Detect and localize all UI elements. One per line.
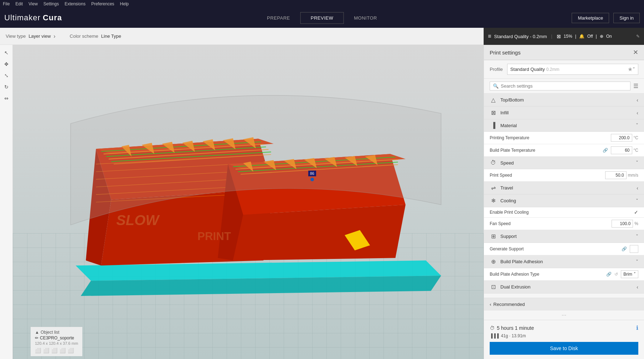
search-input[interactable] — [501, 83, 627, 89]
obj-icon-1[interactable]: ⬜ — [35, 348, 41, 353]
support-icon: 🔔 — [579, 34, 584, 39]
obj-icon-2[interactable]: ⬜ — [43, 348, 49, 353]
view-type-arrow-icon[interactable]: › — [53, 33, 55, 40]
settings-edit-icon[interactable]: ✎ — [636, 34, 640, 39]
signin-button[interactable]: Sign in — [613, 13, 640, 23]
recommended-label: Recommended — [493, 302, 525, 307]
obj-icon-4[interactable]: ⬜ — [60, 348, 66, 353]
header-right: Marketplace Sign in — [572, 13, 640, 23]
topbottom-label: Top/Bottom — [500, 97, 633, 103]
generate-support-value[interactable] — [630, 245, 638, 253]
adhesion-value: On — [606, 34, 612, 39]
dual-extrusion-icon: ⊡ — [490, 283, 497, 290]
object-list-section: ▲ Object list ✏ CE3PRO_soporte 120.4 x 1… — [35, 330, 78, 353]
build-plate-link-icon[interactable]: 🔗 — [603, 148, 608, 153]
settings-menu-icon[interactable]: ☰ — [633, 83, 638, 89]
material-arrow-icon: ˅ — [636, 123, 638, 128]
section-infill[interactable]: ⊠ Infill ‹ — [484, 106, 644, 119]
section-topbottom[interactable]: △ Top/Bottom ‹ — [484, 94, 644, 106]
obj-icon-5[interactable]: ⬜ — [68, 348, 74, 353]
close-button[interactable]: ✕ — [633, 48, 638, 56]
menu-file[interactable]: File — [3, 1, 10, 6]
tool-mirror[interactable]: ⇔ — [1, 93, 11, 103]
menu-settings[interactable]: Settings — [43, 1, 59, 6]
tab-preview[interactable]: PREVIEW — [300, 12, 344, 24]
adhesion-reset-icon[interactable]: ↺ — [614, 272, 618, 277]
topbottom-icon: △ — [490, 97, 497, 103]
menu-help[interactable]: Help — [120, 1, 129, 6]
search-row: 🔍 ☰ — [484, 79, 644, 94]
svg-text:PRINT: PRINT — [197, 230, 231, 243]
layer-slider[interactable]: 86 — [308, 171, 316, 181]
viewport[interactable]: SLOW PRINT 86 ▲ Object list ✏ — [13, 45, 484, 359]
profile-row: Profile Standard Quality 0.2mm ★ ˅ — [484, 60, 644, 79]
material-value: 41g · 13.91m — [501, 333, 526, 338]
menu-edit[interactable]: Edit — [15, 1, 23, 6]
section-adhesion[interactable]: ⊕ Build Plate Adhesion ˅ — [484, 255, 644, 268]
profile-select[interactable]: Standard Quality 0.2mm ★ ˅ — [507, 64, 638, 75]
profile-star-icon[interactable]: ★ — [628, 66, 633, 73]
printing-temp-value[interactable]: 200.0 — [611, 134, 632, 142]
menu-extensions[interactable]: Extensions — [65, 1, 86, 6]
fan-speed-value[interactable]: 100.0 — [612, 220, 633, 228]
logo: Ultimaker Cura — [4, 13, 62, 22]
main-area: View type Layer view › Color scheme Line… — [0, 28, 644, 359]
expand-icon: ▲ — [35, 330, 39, 335]
marketplace-button[interactable]: Marketplace — [572, 13, 609, 23]
search-wrapper: 🔍 — [490, 82, 630, 90]
infill-section-icon: ⊠ — [490, 109, 497, 116]
travel-icon: ⇌ — [490, 184, 497, 191]
profile-dropdown-icon[interactable]: ˅ — [633, 67, 635, 72]
profile-quality: Standard Quality — [510, 67, 545, 72]
section-support[interactable]: ⊞ Support ˅ — [484, 230, 644, 243]
section-speed[interactable]: ⏱ Speed ˅ — [484, 157, 644, 169]
print-settings-title: Print settings — [490, 50, 521, 56]
build-plate-temp-value[interactable]: 60 — [611, 146, 632, 154]
recommended-button[interactable]: ‹ Recommended — [484, 298, 644, 311]
tool-rotate[interactable]: ↻ — [1, 82, 11, 92]
printing-temp-row: Printing Temperature 200.0 °C — [484, 132, 644, 144]
more-options[interactable]: ··· — [484, 311, 644, 320]
object-info-panel: ▲ Object list ✏ CE3PRO_soporte 120.4 x 1… — [31, 327, 82, 356]
section-dual-extrusion[interactable]: ⊡ Dual Extrusion ‹ — [484, 281, 644, 293]
object-name: ✏ CE3PRO_soporte — [35, 335, 78, 340]
tool-scale[interactable]: ⤡ — [1, 71, 11, 80]
infill-icon: ⊠ — [557, 33, 561, 39]
object-action-icons: ⬜ ⬜ ⬜ ⬜ ⬜ — [35, 348, 78, 353]
travel-label: Travel — [500, 185, 633, 191]
generate-support-link-icon[interactable]: 🔗 — [622, 246, 627, 251]
dual-extrusion-arrow-icon: ‹ — [637, 284, 638, 290]
section-cooling[interactable]: ❄ Cooling ˅ — [484, 194, 644, 207]
info-icon[interactable]: ℹ — [636, 324, 638, 331]
time-value: 5 hours 1 minute — [497, 325, 534, 331]
tool-select[interactable]: ↖ — [1, 48, 11, 58]
printing-temp-name: Printing Temperature — [490, 135, 611, 140]
enable-cooling-checkbox[interactable]: ✓ — [634, 209, 638, 215]
profile-label: Profile — [490, 67, 503, 72]
print-speed-value[interactable]: 50.0 — [605, 171, 627, 179]
estimate-top: ⏱ 5 hours 1 minute ℹ — [490, 324, 638, 331]
tab-monitor[interactable]: MONITOR — [344, 12, 387, 24]
menu-preferences[interactable]: Preferences — [91, 1, 114, 6]
object-list-title[interactable]: ▲ Object list — [35, 330, 78, 335]
section-travel[interactable]: ⇌ Travel ‹ — [484, 182, 644, 194]
adhesion-type-dropdown[interactable]: Brim ˅ — [621, 270, 638, 278]
profile-mm: 0.2mm — [546, 67, 560, 72]
obj-icon-3[interactable]: ⬜ — [51, 348, 57, 353]
save-to-disk-button[interactable]: Save to Disk — [490, 342, 638, 355]
menu-view[interactable]: View — [29, 1, 38, 6]
tool-move[interactable]: ✥ — [1, 59, 11, 69]
color-scheme-label: Color scheme — [70, 33, 98, 39]
build-plate-temp-row: Build Plate Temperature 🔗 60 °C — [484, 144, 644, 157]
adhesion-section-icon: ⊕ — [490, 258, 497, 265]
print-speed-unit: mm/s — [628, 173, 638, 178]
layer-number: 86 — [308, 171, 316, 176]
adhesion-link-icon[interactable]: 🔗 — [606, 272, 612, 277]
material-bars-icon: ▐▐▐ — [490, 333, 499, 338]
recommended-arrow-icon: ‹ — [490, 302, 491, 307]
tab-prepare[interactable]: PREPARE — [257, 12, 300, 24]
quality-label: Standard Quality - 0.2mm — [494, 34, 547, 39]
section-material[interactable]: ▐ Material ˅ — [484, 119, 644, 132]
support-arrow-icon: ˅ — [636, 234, 638, 239]
settings-list[interactable]: △ Top/Bottom ‹ ⊠ Infill ‹ ▐ Material — [484, 94, 644, 298]
